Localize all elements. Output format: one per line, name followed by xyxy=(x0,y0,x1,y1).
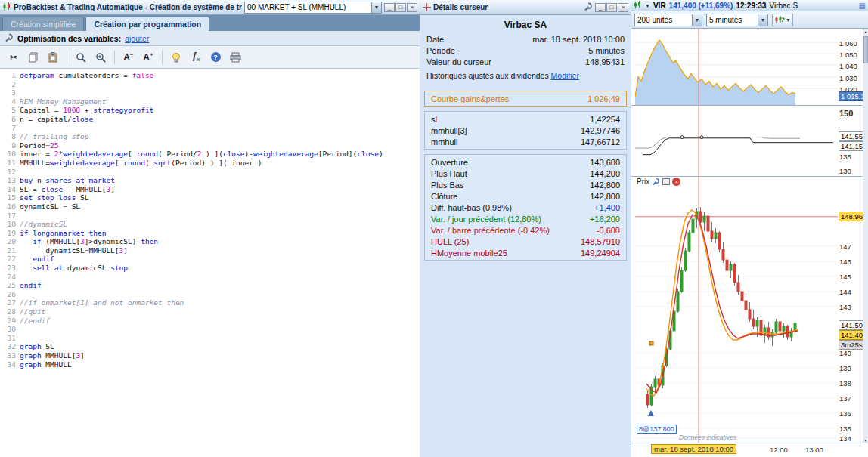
instrument-name: Virbac SA xyxy=(420,15,631,33)
code-token: (MMHULL[ xyxy=(42,237,80,245)
tab-creation-par-programmation[interactable]: Création par programmation xyxy=(85,17,209,31)
code-line xyxy=(20,290,420,299)
code-token: false xyxy=(132,71,154,79)
trading-system-select[interactable]: 00 MARKET + SL (MMHULL) ▼ xyxy=(244,2,382,14)
code-token: [ xyxy=(128,150,136,158)
code-line xyxy=(20,80,420,89)
price-value: +1,400 xyxy=(594,203,620,212)
code-token: dynamicSL = SL xyxy=(20,202,80,211)
code-token: n = capital/ xyxy=(20,115,72,123)
code-token: SL xyxy=(76,193,88,202)
candles-icon xyxy=(634,1,642,11)
last-price: 141,400 (+11,69%) xyxy=(669,2,733,10)
indicator-row: mmhull147,66712 xyxy=(425,136,626,147)
maximize-button[interactable]: □ xyxy=(606,3,617,12)
symbol[interactable]: VIR xyxy=(653,2,666,10)
y-axis-label: 1 040 xyxy=(839,62,857,70)
y-axis-label: 134 xyxy=(839,434,851,443)
zoom-button[interactable] xyxy=(72,48,90,66)
code-token xyxy=(20,255,33,263)
y-axis-value-box: 141,55 xyxy=(839,131,865,141)
code-token: strategyprofit xyxy=(93,106,153,114)
line-number: 2 xyxy=(0,80,16,89)
cut-button[interactable]: ✂ xyxy=(5,48,23,66)
zoom-plus-button[interactable] xyxy=(91,48,110,66)
code-text[interactable]: defparam cumulateorders = false REM Mone… xyxy=(20,71,420,457)
code-token: at xyxy=(54,264,63,272)
wrench-icon[interactable] xyxy=(584,1,593,14)
modify-dividends-link[interactable]: Modifier xyxy=(551,71,579,80)
hint-button[interactable] xyxy=(167,48,185,66)
line-number: 4 xyxy=(0,97,16,107)
help-button[interactable]: ? xyxy=(206,48,225,66)
font-increase-button[interactable]: A+ xyxy=(139,48,157,66)
insert-function-button[interactable]: ƒx xyxy=(187,48,205,66)
y-axis-label: 140 xyxy=(839,349,851,357)
font-decrease-button[interactable]: A− xyxy=(119,48,138,66)
scroll-down-icon[interactable]: ▼ xyxy=(863,437,868,443)
equity-plot[interactable] xyxy=(635,29,838,105)
indicator-plot[interactable] xyxy=(635,106,838,176)
minimize-button[interactable]: _ xyxy=(384,3,395,12)
units-value: 200 unités xyxy=(637,16,690,24)
code-token: ] xyxy=(123,246,128,255)
indicator-row: mmhull[3]142,97746 xyxy=(425,125,626,136)
code-token: //if onmarket[1] and not onmarket then xyxy=(20,298,184,307)
price-pane[interactable]: Prix × 8@137,800 Données indicatives 147… xyxy=(631,177,863,443)
search-icon xyxy=(76,52,86,63)
add-variable-link[interactable]: ajouter xyxy=(125,34,149,43)
code-editor[interactable]: 1234567891011121314151617181920212223242… xyxy=(0,69,420,457)
price-row: HULL (25)148,57910 xyxy=(425,236,626,247)
close-pane-icon[interactable]: × xyxy=(672,178,680,186)
code-token: MMHULL= xyxy=(20,159,50,167)
code-token: close xyxy=(72,115,94,123)
chart-scrollbar[interactable]: ▲ ▼ xyxy=(863,29,868,443)
indicator-pane[interactable]: 150135130141,55141,15 xyxy=(631,106,863,177)
maximize-pane-icon[interactable] xyxy=(662,178,670,185)
line-number: 25 xyxy=(0,281,16,290)
line-number: 15 xyxy=(0,193,16,202)
code-token: defparam xyxy=(20,71,54,79)
code-token: set stop loss xyxy=(20,193,76,202)
line-number: 9 xyxy=(0,141,16,150)
maximize-button[interactable]: □ xyxy=(395,3,406,12)
price-plot[interactable]: Prix × 8@137,800 Données indicatives xyxy=(635,177,838,443)
code-token: graph xyxy=(20,351,42,360)
grid-icon[interactable]: ▦ xyxy=(859,2,866,10)
close-button[interactable]: × xyxy=(618,3,628,12)
equity-value: 1 026,49 xyxy=(587,94,620,103)
chevron-down-icon[interactable]: ▼ xyxy=(645,3,650,8)
scroll-up-icon[interactable]: ▲ xyxy=(863,29,868,35)
info-row: Datemar. 18 sept. 2018 10:00 xyxy=(420,33,631,45)
close-button[interactable]: × xyxy=(407,3,417,12)
code-token: close xyxy=(357,150,379,158)
line-number: 12 xyxy=(0,168,16,177)
line-number: 17 xyxy=(0,212,16,221)
timeframe-select[interactable]: 5 minutes ▼ xyxy=(706,14,768,26)
code-token: if xyxy=(20,229,28,237)
print-button[interactable] xyxy=(226,48,244,66)
price-pane-label: Prix xyxy=(637,178,649,186)
code-token: weightedaverage xyxy=(253,150,318,158)
units-select[interactable]: 200 unités ▼ xyxy=(634,14,702,26)
minimize-button[interactable]: _ xyxy=(595,3,606,12)
y-axis-label: 135 xyxy=(839,425,851,433)
copy-button[interactable] xyxy=(24,48,42,66)
probacktest-window: ProBacktest & Trading Automatique - Créa… xyxy=(0,0,420,457)
scrollbar-thumb[interactable] xyxy=(863,36,868,63)
line-number: 6 xyxy=(0,115,16,124)
code-line: //endif xyxy=(20,317,420,326)
indicator-row: sl1,42254 xyxy=(425,113,626,125)
tab-creation-simplifiee[interactable]: Création simplifiée xyxy=(2,17,84,31)
time-axis: mar. 18 sept. 2018 10:00 12:0013:00 xyxy=(631,443,868,457)
code-line: Period=25 xyxy=(20,141,420,150)
equity-pane[interactable]: 1 0601 0501 0401 0301 0201 015,15 xyxy=(631,29,863,106)
chart-style-select[interactable]: ▼ xyxy=(772,14,793,26)
y-axis-value-box: 141,40 xyxy=(839,330,865,340)
paste-button[interactable] xyxy=(44,48,62,66)
price-row: HMoyenne mobile25149,24904 xyxy=(425,247,626,258)
info-value: mar. 18 sept. 2018 10:00 xyxy=(532,35,625,44)
printer-icon xyxy=(230,52,241,63)
y-axis-value-box: 3m25s xyxy=(839,340,865,350)
wrench-icon[interactable] xyxy=(652,178,660,186)
